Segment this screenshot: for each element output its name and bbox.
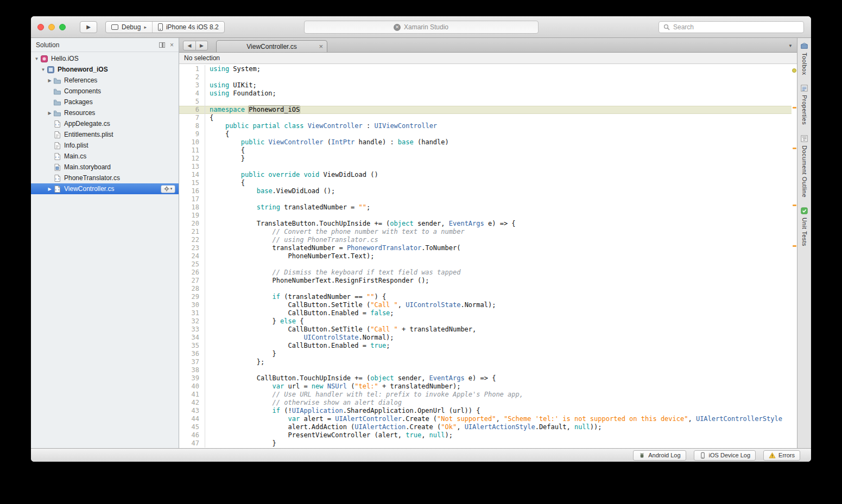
chevron-right-icon[interactable]: ▶ — [46, 78, 53, 83]
android-log-button[interactable]: Android Log — [633, 450, 686, 461]
tree-item-references[interactable]: ▶References — [31, 75, 179, 86]
code-line[interactable]: 41 // Use URL handler with tel: prefix t… — [179, 391, 792, 399]
ruler-mark-icon[interactable] — [793, 205, 796, 206]
dock-panel-icon[interactable] — [159, 42, 165, 48]
code-line[interactable]: 16 base.ViewDidLoad (); — [179, 187, 792, 195]
tree-item-packages[interactable]: Packages — [31, 97, 179, 107]
code-line[interactable]: 1using System; — [179, 65, 792, 73]
ios-device-log-button[interactable]: iOS Device Log — [694, 450, 756, 461]
errors-icon — [769, 452, 776, 459]
chevron-right-icon[interactable]: ▶ — [46, 111, 53, 116]
tree-item-main-storyboard[interactable]: Main.storyboard — [31, 162, 179, 173]
code-line[interactable]: 20 TranslateButton.TouchUpInside += (obj… — [179, 220, 792, 228]
code-line[interactable]: 47 } — [179, 439, 792, 448]
dock-tab-document-outline[interactable]: Document Outline — [800, 135, 808, 197]
code-line[interactable]: 9 { — [179, 130, 792, 138]
code-line[interactable]: 40 var url = new NSUrl ("tel:" + transla… — [179, 382, 792, 391]
chevron-down-icon[interactable]: ▼ — [33, 56, 40, 61]
tree-item-main-cs[interactable]: Main.cs — [31, 151, 179, 162]
code-line[interactable]: 27 PhoneNumberText.ResignFirstResponder … — [179, 277, 792, 285]
ruler-mark-icon[interactable] — [793, 245, 796, 247]
code-line[interactable]: 7{ — [179, 114, 792, 122]
line-number: 19 — [179, 212, 205, 220]
code-line[interactable]: 17 — [179, 195, 792, 203]
errors-button[interactable]: Errors — [763, 450, 800, 461]
code-line[interactable]: 18 string translatedNumber = ""; — [179, 203, 792, 212]
chevron-right-icon[interactable]: ▶ — [46, 187, 53, 192]
run-button[interactable]: ▶ — [80, 21, 97, 33]
close-window-button[interactable] — [37, 24, 44, 30]
code-line[interactable]: 4using Foundation; — [179, 90, 792, 98]
code-line[interactable]: 23 translatedNumber = PhonewordTranslato… — [179, 244, 792, 252]
code-text: var alert = UIAlertController.Create ("N… — [210, 415, 782, 423]
code-line[interactable]: 32 } else { — [179, 317, 792, 326]
code-line[interactable]: 21 // Convert the phone number with text… — [179, 228, 792, 236]
chevron-down-icon[interactable]: ▼ — [40, 67, 47, 72]
code-line[interactable]: 22 // using PhoneTranslator.cs — [179, 236, 792, 244]
code-line[interactable]: 13 — [179, 163, 792, 171]
code-line[interactable]: 6namespace Phoneword_iOS — [179, 106, 792, 114]
code-line[interactable]: 45 alert.AddAction (UIAlertAction.Create… — [179, 423, 792, 431]
code-line[interactable]: 29 if (translatedNumber == "") { — [179, 293, 792, 301]
tab-overflow-icon[interactable]: ▼ — [788, 43, 793, 48]
code-line[interactable]: 39 CallButton.TouchUpInside += (object s… — [179, 374, 792, 382]
code-surface[interactable]: 1using System;23using UIKit;4using Found… — [179, 64, 792, 448]
dock-tab-unit-tests[interactable]: Unit Tests — [800, 207, 808, 246]
code-line[interactable]: 34 UIControlState.Normal); — [179, 334, 792, 342]
zoom-window-button[interactable] — [59, 24, 66, 30]
code-line[interactable]: 24 PhoneNumberText.Text); — [179, 252, 792, 260]
code-line[interactable]: 2 — [179, 73, 792, 81]
code-line[interactable]: 11 { — [179, 146, 792, 155]
tree-item-resources[interactable]: ▶Resources — [31, 107, 179, 118]
overview-ruler[interactable] — [792, 64, 797, 448]
tree-item-info-plist[interactable]: Info.plist — [31, 140, 179, 151]
code-line[interactable]: 35 CallButton.Enabled = true; — [179, 342, 792, 350]
dock-tab-properties[interactable]: Properties — [800, 84, 808, 125]
tree-item-phoneword-ios[interactable]: ▼Phoneword_iOS — [31, 64, 179, 75]
ruler-mark-icon[interactable] — [793, 148, 796, 149]
code-line[interactable]: 10 public ViewController (IntPtr handle)… — [179, 138, 792, 146]
code-line[interactable]: 37 }; — [179, 358, 792, 366]
code-line[interactable]: 46 PresentViewController (alert, true, n… — [179, 431, 792, 439]
device-selector[interactable]: iPhone 4s iOS 8.2 — [152, 22, 224, 33]
item-options-button[interactable]: ▾ — [161, 185, 175, 193]
code-line[interactable]: 15 { — [179, 179, 792, 187]
code-editor[interactable]: 1using System;23using UIKit;4using Found… — [179, 64, 797, 448]
code-line[interactable]: 25 — [179, 260, 792, 269]
tree-item-phonetranslator-cs[interactable]: PhoneTranslator.cs — [31, 173, 179, 183]
code-line[interactable]: 28 — [179, 285, 792, 293]
code-line[interactable]: 30 CallButton.SetTitle ("Call ", UIContr… — [179, 301, 792, 309]
configuration-selector[interactable]: Debug ▸ — [106, 22, 152, 33]
navigate-back-button[interactable]: ◀ — [183, 41, 195, 50]
close-tab-icon[interactable]: × — [319, 42, 323, 50]
code-line[interactable]: 36 } — [179, 350, 792, 358]
line-number: 38 — [179, 366, 205, 374]
tree-item-viewcontroller-cs[interactable]: ▶ViewController.cs▾ — [31, 183, 179, 194]
code-line[interactable]: 3using UIKit; — [179, 81, 792, 90]
line-number: 47 — [179, 439, 205, 448]
close-panel-icon[interactable]: × — [170, 42, 174, 48]
tree-item-hello-ios[interactable]: ▼Hello.iOS — [31, 53, 179, 64]
code-line[interactable]: 42 // otherwise show an alert dialog — [179, 399, 792, 407]
project-icon — [47, 66, 55, 74]
code-line[interactable]: 43 if (!UIApplication.SharedApplication.… — [179, 407, 792, 415]
code-line[interactable]: 38 — [179, 366, 792, 374]
ruler-mark-icon[interactable] — [793, 107, 796, 109]
code-line[interactable]: 33 CallButton.SetTitle ("Call " + transl… — [179, 326, 792, 334]
code-line[interactable]: 5 — [179, 98, 792, 106]
tree-item-entitlements-plist[interactable]: Entitlements.plist — [31, 129, 179, 140]
code-line[interactable]: 8 public partial class ViewController : … — [179, 122, 792, 130]
code-line[interactable]: 44 var alert = UIAlertController.Create … — [179, 415, 792, 423]
minimize-window-button[interactable] — [48, 24, 55, 30]
code-line[interactable]: 19 — [179, 212, 792, 220]
code-line[interactable]: 31 CallButton.Enabled = false; — [179, 309, 792, 317]
search-field[interactable]: Search — [659, 21, 804, 33]
navigate-forward-button[interactable]: ▶ — [195, 41, 207, 50]
tree-item-components[interactable]: Components — [31, 86, 179, 97]
tab-viewcontroller[interactable]: ViewController.cs × — [216, 40, 327, 52]
code-line[interactable]: 12 } — [179, 155, 792, 163]
code-line[interactable]: 14 public override void ViewDidLoad () — [179, 171, 792, 179]
dock-tab-toolbox[interactable]: Toolbox — [800, 42, 808, 75]
tree-item-appdelegate-cs[interactable]: AppDelegate.cs — [31, 118, 179, 129]
code-line[interactable]: 26 // Dismiss the keyboard if text field… — [179, 269, 792, 277]
